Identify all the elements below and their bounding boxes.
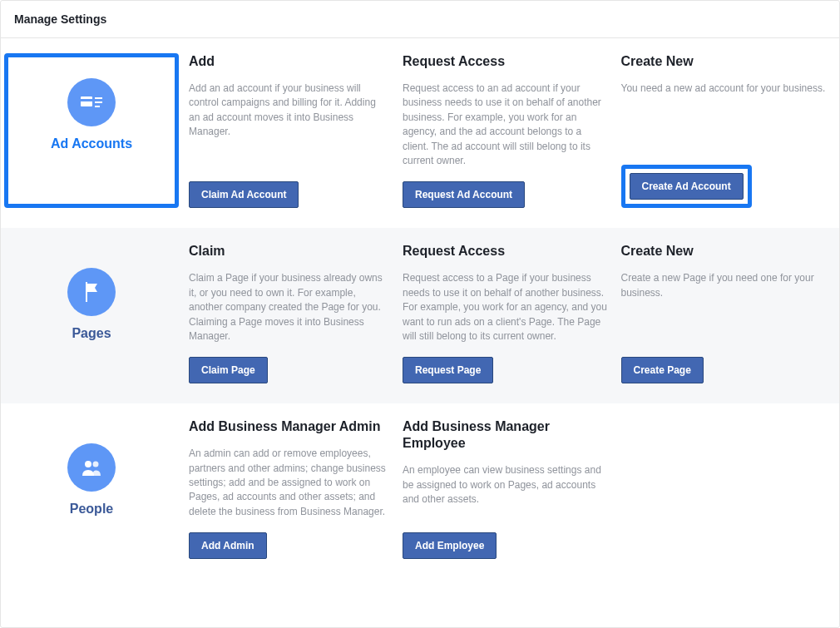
card-title: Create New [621,243,827,260]
card-create-new: Create New Create a new Page if you need… [621,243,840,383]
card-empty [621,418,840,559]
svg-point-7 [93,462,99,467]
card-request-access: Request Access Request access to an ad a… [403,53,621,208]
claim-page-button[interactable]: Claim Page [189,357,268,383]
section-people: People Add Business Manager Admin An adm… [1,403,839,579]
card-title: Create New [621,53,827,70]
category-label: People [70,502,113,517]
cards-people: Add Business Manager Admin An admin can … [182,418,839,559]
category-label: Ad Accounts [51,136,132,151]
card-title: Add [189,53,389,70]
ad-account-icon [67,78,116,126]
svg-rect-1 [81,99,92,101]
create-page-button[interactable]: Create Page [621,357,704,383]
card-title: Request Access [403,243,608,260]
card-request-access: Request Access Request access to a Page … [403,243,621,383]
request-page-button[interactable]: Request Page [403,357,493,383]
category-label: Pages [72,326,111,341]
card-title: Add Business Manager Admin [189,418,389,435]
category-people[interactable]: People [4,418,179,559]
card-desc: An admin can add or remove employees, pa… [189,447,389,519]
flag-icon [67,268,116,316]
card-desc: Request access to a Page if your busines… [403,271,608,344]
card-desc: Request access to an ad account if your … [403,82,608,168]
card-desc: Claim a Page if your business already ow… [189,271,389,344]
card-add-employee: Add Business Manager Employee An employe… [403,418,621,559]
card-create-new: Create New You need a new ad account for… [621,53,840,208]
svg-rect-5 [86,282,87,302]
card-title: Request Access [403,53,608,70]
add-employee-button[interactable]: Add Employee [403,532,497,559]
highlighted-button-wrap: Create Ad Account [621,165,752,208]
category-pages[interactable]: Pages [4,243,179,383]
category-ad-accounts[interactable]: Ad Accounts [4,53,179,208]
svg-point-6 [85,461,91,467]
section-ad-accounts: Ad Accounts Add Add an ad account if you… [1,38,839,228]
request-ad-account-button[interactable]: Request Ad Account [403,181,525,208]
card-desc: An employee can view business settings a… [403,463,608,519]
cards-pages: Claim Claim a Page if your business alre… [182,243,839,383]
add-admin-button[interactable]: Add Admin [189,532,267,559]
svg-rect-2 [95,97,102,99]
card-add-admin: Add Business Manager Admin An admin can … [182,418,403,559]
card-title: Claim [189,243,389,260]
section-pages: Pages Claim Claim a Page if your busines… [1,228,839,403]
svg-rect-4 [95,106,100,107]
card-desc: You need a new ad account for your busin… [621,82,827,151]
card-desc: Add an ad account if your business will … [189,82,389,168]
svg-rect-3 [95,101,102,103]
manage-settings-panel: Manage Settings Ad Accounts Add Add an a… [0,0,840,628]
card-desc: Create a new Page if you need one for yo… [621,271,827,344]
card-title: Add Business Manager Employee [403,418,608,452]
create-ad-account-button[interactable]: Create Ad Account [630,173,744,200]
people-icon [67,443,116,492]
claim-ad-account-button[interactable]: Claim Ad Account [189,181,299,208]
cards-ad-accounts: Add Add an ad account if your business w… [182,53,839,208]
card-add: Add Add an ad account if your business w… [182,53,403,208]
card-claim: Claim Claim a Page if your business alre… [182,243,403,383]
panel-title: Manage Settings [1,1,839,38]
